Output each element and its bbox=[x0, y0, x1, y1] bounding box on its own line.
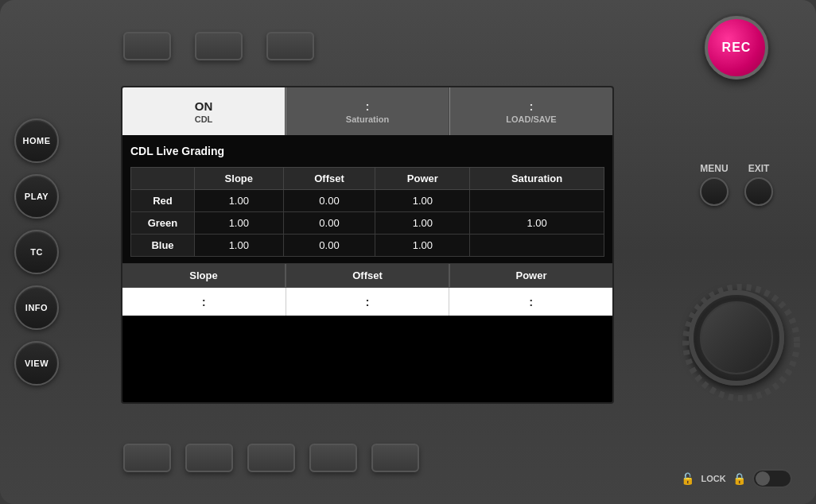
screen-content: CDL Live Grading Slope Offset Power Satu… bbox=[122, 135, 612, 263]
row-label-blue: Blue bbox=[131, 235, 195, 257]
green-saturation: 1.00 bbox=[470, 212, 604, 235]
bottom-slope-value: : bbox=[122, 288, 286, 316]
top-button-2[interactable] bbox=[195, 32, 243, 60]
left-panel: HOME PLAY TC INFO VIEW bbox=[0, 0, 67, 504]
table-row: Red 1.00 0.00 1.00 bbox=[131, 190, 604, 212]
info-button[interactable]: INFO bbox=[14, 285, 59, 330]
blue-power: 1.00 bbox=[375, 235, 470, 257]
bottom-row-labels: Slope Offset Power bbox=[122, 264, 612, 288]
bottom-power-value: : bbox=[449, 288, 612, 316]
jog-wheel[interactable] bbox=[689, 290, 784, 386]
bottom-button-1[interactable] bbox=[123, 444, 171, 472]
bottom-offset-label: Offset bbox=[286, 264, 449, 287]
bottom-offset-value: : bbox=[286, 288, 450, 316]
bottom-values-row: : : : bbox=[122, 288, 612, 316]
table-row: Blue 1.00 0.00 1.00 bbox=[131, 235, 604, 257]
screen-header: ON CDL : Saturation : LOAD/SAVE bbox=[122, 87, 612, 135]
lock-label: LOCK bbox=[701, 474, 725, 483]
table-row: Green 1.00 0.00 1.00 1.00 bbox=[131, 212, 604, 235]
menu-col: MENU bbox=[700, 163, 729, 206]
saturation-tab-bottom: Saturation bbox=[346, 114, 389, 124]
menu-label: MENU bbox=[700, 163, 728, 174]
svg-point-0 bbox=[686, 287, 797, 398]
lock-closed-icon: 🔒 bbox=[732, 472, 746, 485]
cdl-table: Slope Offset Power Saturation Red 1.00 0… bbox=[130, 167, 604, 257]
exit-col: EXIT bbox=[744, 163, 773, 206]
col-header-offset: Offset bbox=[283, 168, 375, 190]
col-header-slope: Slope bbox=[195, 168, 284, 190]
right-panel: REC MENU EXIT 🔓 LOCK 🔒 bbox=[657, 0, 816, 504]
bottom-button-5[interactable] bbox=[371, 444, 419, 472]
play-button[interactable]: PLAY bbox=[14, 174, 59, 219]
col-header-empty bbox=[131, 168, 195, 190]
lock-section: 🔓 LOCK 🔒 bbox=[681, 469, 791, 488]
lock-toggle[interactable] bbox=[752, 469, 792, 488]
saturation-tab-top: : bbox=[366, 99, 370, 113]
blue-slope: 1.00 bbox=[195, 235, 284, 257]
section-title: CDL Live Grading bbox=[130, 142, 604, 161]
view-button[interactable]: VIEW bbox=[14, 341, 59, 386]
bottom-button-3[interactable] bbox=[247, 444, 295, 472]
col-header-power: Power bbox=[375, 168, 470, 190]
load-save-tab-bottom: LOAD/SAVE bbox=[506, 114, 556, 124]
exit-label: EXIT bbox=[748, 163, 770, 174]
bottom-power-label: Power bbox=[450, 264, 612, 287]
cdl-tab-top: ON bbox=[195, 99, 213, 113]
top-button-1[interactable] bbox=[123, 32, 171, 60]
red-power: 1.00 bbox=[375, 190, 470, 212]
rec-button[interactable]: REC bbox=[705, 16, 768, 79]
red-saturation bbox=[470, 190, 604, 212]
bottom-button-4[interactable] bbox=[309, 444, 357, 472]
top-buttons-row bbox=[123, 32, 314, 60]
blue-offset: 0.00 bbox=[283, 235, 375, 257]
red-slope: 1.00 bbox=[195, 190, 284, 212]
row-label-green: Green bbox=[131, 212, 195, 235]
menu-exit-row: MENU EXIT bbox=[700, 163, 773, 206]
bottom-buttons-row bbox=[123, 444, 419, 472]
top-button-3[interactable] bbox=[266, 32, 314, 60]
bottom-controls: Slope Offset Power : : : bbox=[122, 263, 612, 316]
green-offset: 0.00 bbox=[283, 212, 375, 235]
load-save-tab-top: : bbox=[530, 99, 534, 113]
jog-wheel-decoration bbox=[682, 284, 800, 401]
saturation-tab[interactable]: : Saturation bbox=[286, 87, 449, 135]
cdl-tab-bottom: CDL bbox=[195, 114, 213, 124]
green-slope: 1.00 bbox=[195, 212, 284, 235]
col-header-saturation: Saturation bbox=[470, 168, 604, 190]
row-label-red: Red bbox=[131, 190, 195, 212]
device-body: HOME PLAY TC INFO VIEW ON CDL : bbox=[0, 0, 816, 504]
lock-open-icon: 🔓 bbox=[681, 472, 694, 485]
main-screen: ON CDL : Saturation : LOAD/SAVE CDL Live… bbox=[121, 86, 614, 404]
tc-button[interactable]: TC bbox=[14, 230, 59, 274]
bottom-slope-label: Slope bbox=[122, 264, 286, 287]
load-save-tab[interactable]: : LOAD/SAVE bbox=[450, 87, 612, 135]
red-offset: 0.00 bbox=[283, 190, 375, 212]
green-power: 1.00 bbox=[375, 212, 470, 235]
bottom-button-2[interactable] bbox=[185, 444, 233, 472]
menu-button[interactable] bbox=[700, 177, 729, 206]
home-button[interactable]: HOME bbox=[14, 118, 59, 163]
blue-saturation bbox=[470, 235, 604, 257]
cdl-tab[interactable]: ON CDL bbox=[122, 87, 286, 135]
exit-button[interactable] bbox=[744, 177, 773, 206]
